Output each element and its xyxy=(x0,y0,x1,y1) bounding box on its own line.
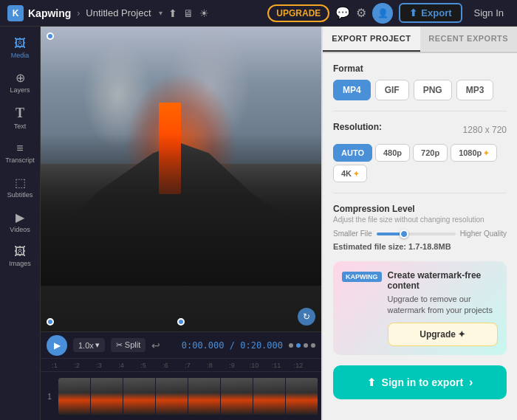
video-track[interactable] xyxy=(58,378,318,415)
media-icon: 🖼 xyxy=(14,37,26,50)
upgrade-cta-button[interactable]: Upgrade ✦ xyxy=(388,323,499,346)
speed-chevron: ▾ xyxy=(95,340,100,350)
track-label: 1 xyxy=(44,393,55,401)
project-dropdown-icon[interactable]: ▾ xyxy=(159,9,162,17)
upload-icon[interactable]: ⬆ xyxy=(168,7,177,19)
export-label: Export xyxy=(421,7,451,18)
timeline-track[interactable]: :1 :2 :3 :4 :5 :6 :7 :8 :9 :10 :11 :12 xyxy=(41,359,321,420)
time-total: 0:20.000 xyxy=(240,340,283,351)
premium-star-4k: ✦ xyxy=(353,170,359,178)
export-icon: ⬆ xyxy=(409,7,417,18)
panel-tabs: EXPORT PROJECT RECENT EXPORTS xyxy=(323,27,517,53)
project-name[interactable]: Untitled Project xyxy=(86,7,151,18)
track-thumbnail-6 xyxy=(221,378,253,415)
split-button[interactable]: ✂ Split xyxy=(111,338,145,352)
track-thumbnail-4 xyxy=(156,378,188,415)
format-buttons: MP4 GIF PNG MP3 xyxy=(333,80,507,100)
format-btn-mp4[interactable]: MP4 xyxy=(333,80,371,100)
sidebar-item-label: Text xyxy=(14,123,27,130)
sidebar-item-videos[interactable]: ▶ Videos xyxy=(2,206,38,238)
res-btn-1080p[interactable]: 1080p ✦ xyxy=(451,144,497,162)
timeline-ruler: :1 :2 :3 :4 :5 :6 :7 :8 :9 :10 :11 :12 xyxy=(41,359,321,372)
track-thumbnail-5 xyxy=(188,378,221,415)
res-btn-auto[interactable]: AUTO xyxy=(333,144,372,162)
signin-export-button[interactable]: ⬆ Sign in to export › xyxy=(333,365,507,399)
compression-slider[interactable] xyxy=(377,233,456,235)
monitor-icon[interactable]: 🖥 xyxy=(183,7,194,19)
res-btn-720p[interactable]: 720p xyxy=(413,144,448,162)
res-btn-480p[interactable]: 480p xyxy=(375,144,410,162)
images-icon: 🖼 xyxy=(14,245,26,258)
undo-button[interactable]: ↩ xyxy=(151,340,160,351)
timeline-controls: ▶ 1.0x ▾ ✂ Split ↩ 0:00.000 / 0:20.000 xyxy=(41,332,321,359)
ruler-marks: :1 :2 :3 :4 :5 :6 :7 :8 :9 :10 :11 :12 xyxy=(44,362,318,369)
format-section: Format MP4 GIF PNG MP3 xyxy=(333,63,507,100)
format-btn-png[interactable]: PNG xyxy=(414,80,452,100)
app-name: Kapwing xyxy=(28,7,71,19)
sidebar-item-label: Videos xyxy=(10,226,30,233)
export-button[interactable]: ⬆ Export xyxy=(399,3,462,23)
compression-label: Compression Level xyxy=(333,204,507,214)
ruler-mark: :9 xyxy=(221,362,243,369)
ruler-mark: :10 xyxy=(243,362,265,369)
upgrade-button[interactable]: UPGRADE xyxy=(267,4,329,22)
premium-star-1080: ✦ xyxy=(483,149,489,157)
tab-export-project[interactable]: EXPORT PROJECT xyxy=(323,27,420,52)
resize-handle-bottom-left[interactable] xyxy=(47,318,54,326)
video-preview[interactable]: ↻ xyxy=(41,27,321,331)
sidebar-item-label: Layers xyxy=(10,86,30,94)
signin-topbar-button[interactable]: Sign In xyxy=(468,4,510,21)
time-display: 0:00.000 / 0:20.000 xyxy=(182,340,283,351)
resolution-buttons: AUTO 480p 720p 1080p ✦ 4K ✦ xyxy=(333,144,507,182)
main-layout: 🖼 Media ⊕ Layers T Text ≡ Transcript ⬚ S… xyxy=(0,27,517,420)
signin-export-label: Sign in to export xyxy=(382,376,463,388)
signin-upload-icon: ⬆ xyxy=(367,376,376,388)
speed-label: 1.0x xyxy=(78,341,94,350)
zoom-dot-1 xyxy=(289,343,293,348)
sidebar-item-transcript[interactable]: ≡ Transcript xyxy=(2,137,38,168)
format-btn-gif[interactable]: GIF xyxy=(375,80,409,100)
lava-rock xyxy=(41,134,321,286)
watermark-title: Create watermark-free content xyxy=(388,270,499,291)
speed-button[interactable]: 1.0x ▾ xyxy=(73,338,105,352)
slider-thumb[interactable] xyxy=(400,230,408,238)
ruler-mark: :1 xyxy=(44,362,66,369)
chevron-right-icon: › xyxy=(469,376,473,389)
content-area: ↻ ▶ 1.0x ▾ ✂ Split ↩ xyxy=(41,27,321,420)
watermark-description: Upgrade to remove our watermark from you… xyxy=(388,294,499,317)
sidebar-item-label: Subtitles xyxy=(7,191,33,199)
zoom-dot-2 xyxy=(296,343,301,348)
brightness-icon[interactable]: ☀ xyxy=(199,7,209,19)
avatar[interactable]: 👤 xyxy=(372,3,393,24)
sidebar-item-subtitles[interactable]: ⬚ Subtitles xyxy=(2,171,38,203)
resize-handle-top-left[interactable] xyxy=(47,32,54,40)
section-divider xyxy=(333,111,507,111)
slider-min-label: Smaller File xyxy=(333,230,372,238)
slider-max-label: Higher Quality xyxy=(460,230,507,238)
track-thumbnail-3 xyxy=(123,378,156,415)
resolution-section: Resolution: 1280 x 720 AUTO 480p 720p 10… xyxy=(333,122,507,182)
refresh-icon[interactable]: ↻ xyxy=(298,308,315,326)
chat-icon[interactable]: 💬 xyxy=(335,6,350,20)
resize-handle-bottom-center[interactable] xyxy=(177,318,185,326)
sidebar-item-images[interactable]: 🖼 Images xyxy=(2,241,38,272)
res-btn-4k[interactable]: 4K ✦ xyxy=(333,165,367,182)
watermark-banner: KAPWING Create watermark-free content Up… xyxy=(333,261,507,355)
left-sidebar: 🖼 Media ⊕ Layers T Text ≡ Transcript ⬚ S… xyxy=(0,27,41,420)
panel-content: Format MP4 GIF PNG MP3 Resolution: 1280 … xyxy=(323,53,517,420)
tab-recent-exports[interactable]: RECENT EXPORTS xyxy=(420,27,518,52)
kapwing-logo-small: KAPWING xyxy=(342,272,382,282)
sidebar-item-label: Media xyxy=(11,52,30,59)
sidebar-item-media[interactable]: 🖼 Media xyxy=(2,32,38,63)
sidebar-item-layers[interactable]: ⊕ Layers xyxy=(2,66,38,98)
track-thumbnail-2 xyxy=(91,378,123,415)
app-logo[interactable]: K Kapwing xyxy=(7,5,71,21)
zoom-dot-3 xyxy=(304,343,308,348)
format-btn-mp3[interactable]: MP3 xyxy=(456,80,494,100)
breadcrumb-arrow: › xyxy=(77,8,80,18)
sidebar-item-text[interactable]: T Text xyxy=(2,101,38,134)
settings-icon[interactable]: ⚙ xyxy=(356,6,366,20)
play-button[interactable]: ▶ xyxy=(47,335,67,356)
undo-icon: ↩ xyxy=(151,340,160,351)
section-divider-2 xyxy=(333,193,507,193)
